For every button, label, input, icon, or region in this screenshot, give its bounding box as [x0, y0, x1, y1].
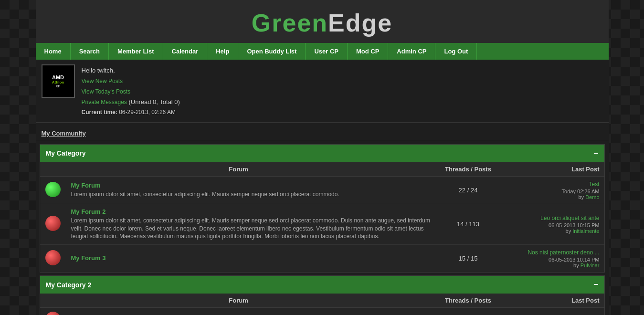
title-white: Edge [328, 9, 392, 37]
last-post-date-2: 06-05-2013 10:15 PM [549, 222, 599, 228]
avatar-xp: XP [56, 84, 60, 88]
site-title: GreenEdge [36, 9, 609, 37]
forum-icon-cell-3 [40, 245, 66, 273]
last-post-by-1: by [578, 194, 584, 200]
forum-lastpost-4: Qualcunque quam lorem pre [499, 308, 604, 315]
forum-icon-1 [45, 182, 61, 197]
pm-status: (Unread 0, Total 0) [129, 98, 180, 105]
forum-lastpost-2: Leo orci aliquet sit ante 06-05-2013 10:… [499, 204, 604, 244]
forum-icon-2 [45, 216, 61, 231]
nav-mod-cp[interactable]: Mod CP [348, 43, 388, 60]
current-time-value: 06-29-2013, 02:26 AM [119, 109, 176, 116]
last-post-date-3: 06-05-2013 10:14 PM [549, 257, 599, 262]
last-post-user-2[interactable]: Initialmente [572, 228, 599, 234]
col-threads-posts-2: Threads / Posts [437, 294, 499, 308]
forum-stats-2: 14 / 113 [437, 204, 499, 244]
forum-stats-1: 22 / 24 [437, 176, 499, 204]
site-header: GreenEdge [36, 0, 609, 43]
forum-icon-cell-2 [40, 204, 66, 244]
forum-info-4: My Forum 4 [66, 308, 437, 315]
nav-calendar[interactable]: Calendar [163, 43, 208, 60]
nav-help[interactable]: Help [207, 43, 238, 60]
category-name-1: My Category [46, 149, 86, 157]
nav-admin-cp[interactable]: Admin CP [388, 43, 435, 60]
nav-user-cp[interactable]: User CP [306, 43, 348, 60]
category-header-1: My Category − [40, 145, 604, 162]
category-block-2: My Category 2 − Forum Threads / Posts La… [40, 275, 605, 315]
view-new-posts-link[interactable]: View New Posts [82, 78, 123, 84]
col-threads-posts-1: Threads / Posts [437, 162, 499, 177]
category-collapse-2[interactable]: − [593, 280, 599, 290]
section-heading: My Community [36, 126, 609, 141]
forum-icon-cell-4 [40, 308, 66, 315]
last-post-user-3[interactable]: Pulvinar [581, 262, 600, 268]
forum-desc-1: Lorem ipsum dolor sit amet, consectetur … [71, 190, 433, 199]
category-name-2: My Category 2 [46, 281, 92, 289]
col-forum-1: Forum [40, 162, 437, 177]
user-info: Hello twitch, View New Posts View Today'… [82, 64, 180, 117]
forum-name-link-3[interactable]: My Forum 3 [71, 254, 106, 262]
category-block-1: My Category − Forum Threads / Posts Last… [40, 144, 605, 273]
forum-info-3: My Forum 3 [66, 245, 437, 273]
col-forum-2: Forum [40, 294, 437, 308]
last-post-title-3[interactable]: Nos nisl paternoster deno ... [528, 249, 599, 256]
nav-open-buddy-list[interactable]: Open Buddy List [238, 43, 306, 60]
forum-row-3: My Forum 3 15 / 15 Nos nisl paternoster … [40, 245, 604, 273]
current-time-label: Current time: [82, 109, 117, 116]
nav-member-list[interactable]: Member List [109, 43, 163, 60]
nav-bar: Home Search Member List Calendar Help Op… [36, 43, 609, 60]
my-community-link[interactable]: My Community [42, 130, 86, 137]
forum-icon-cell-1 [40, 176, 66, 204]
forum-info-1: My Forum Lorem ipsum dolor sit amet, con… [66, 176, 437, 204]
last-post-date-1: Today 02:26 AM [562, 189, 600, 194]
forum-stats-4: 15 / 29 [437, 308, 499, 315]
avatar-amd: AMD [52, 74, 64, 80]
category-header-2: My Category 2 − [40, 276, 604, 294]
col-last-post-1: Last Post [499, 162, 604, 177]
view-todays-posts-link[interactable]: View Today's Posts [82, 88, 131, 95]
avatar-athlon: Athlon [52, 80, 64, 84]
last-post-title-1[interactable]: Test [589, 181, 599, 188]
nav-home[interactable]: Home [36, 43, 71, 60]
nav-log-out[interactable]: Log Out [435, 43, 477, 60]
forum-row-4: My Forum 4 15 / 29 Qualcunque quam lorem… [40, 308, 604, 315]
last-post-title-2[interactable]: Leo orci aliquet sit ante [540, 215, 599, 221]
forum-table-1: Forum Threads / Posts Last Post My Forum… [40, 162, 604, 272]
user-bar: AMD Athlon XP Hello twitch, View New Pos… [36, 60, 609, 123]
forum-info-2: My Forum 2 Lorem ipsum dolor sit amet, c… [66, 204, 437, 244]
forum-stats-3: 15 / 15 [437, 245, 499, 273]
last-post-user-1[interactable]: Demo [585, 194, 599, 200]
category-collapse-1[interactable]: − [593, 148, 599, 158]
col-last-post-2: Last Post [499, 294, 604, 308]
nav-search[interactable]: Search [71, 43, 109, 60]
forum-icon-3 [45, 250, 61, 265]
forum-desc-2: Lorem ipsum dolor sit amet, consectetur … [71, 217, 433, 241]
forum-row-2: My Forum 2 Lorem ipsum dolor sit amet, c… [40, 204, 604, 244]
forum-name-link-2[interactable]: My Forum 2 [71, 208, 106, 215]
forum-table-2: Forum Threads / Posts Last Post My Forum… [40, 294, 604, 315]
forum-row-1: My Forum Lorem ipsum dolor sit amet, con… [40, 176, 604, 204]
last-post-by-3: by [573, 262, 579, 268]
avatar: AMD Athlon XP [42, 64, 75, 98]
content-area: My Community My Category − Forum Threads… [36, 123, 609, 315]
user-greeting: Hello twitch, [82, 65, 180, 76]
last-post-by-2: by [566, 228, 571, 234]
title-green: Green [252, 9, 328, 37]
forum-icon-4 [45, 312, 61, 315]
forum-name-link-1[interactable]: My Forum [71, 182, 101, 189]
private-messages-link[interactable]: Private Messages [82, 99, 127, 105]
forum-lastpost-3: Nos nisl paternoster deno ... 06-05-2013… [499, 245, 604, 273]
forum-lastpost-1: Test Today 02:26 AM by Demo [499, 176, 604, 204]
